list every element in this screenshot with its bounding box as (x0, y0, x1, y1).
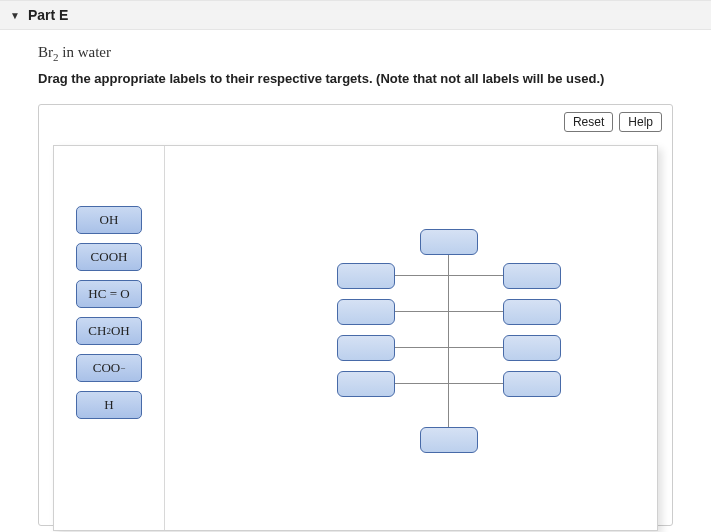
drop-slot-left-1[interactable] (337, 263, 395, 289)
drag-label-cooh[interactable]: COOH (76, 243, 142, 271)
drop-slot-bottom[interactable] (420, 427, 478, 453)
drop-slot-right-3[interactable] (503, 335, 561, 361)
drag-label-coo-minus[interactable]: COO− (76, 354, 142, 382)
structure-bond (395, 347, 503, 348)
drop-slot-right-2[interactable] (503, 299, 561, 325)
top-controls: Reset Help (564, 112, 662, 132)
workspace: Reset Help OH COOH HC = O CH2OH COO− H (38, 104, 673, 526)
help-button[interactable]: Help (619, 112, 662, 132)
drop-slot-right-4[interactable] (503, 371, 561, 397)
collapse-triangle-icon[interactable]: ▼ (10, 10, 20, 21)
drag-drop-panel: OH COOH HC = O CH2OH COO− H (53, 145, 658, 531)
reset-button[interactable]: Reset (564, 112, 613, 132)
prompt-area: Br2 in water Drag the appropriate labels… (0, 30, 711, 94)
drag-label-h[interactable]: H (76, 391, 142, 419)
drop-slot-left-2[interactable] (337, 299, 395, 325)
structure-area (165, 146, 657, 530)
structure-bond (395, 383, 503, 384)
drag-label-ch2oh[interactable]: CH2OH (76, 317, 142, 345)
drop-slot-left-4[interactable] (337, 371, 395, 397)
reagent-text: Br2 in water (38, 44, 683, 63)
fischer-structure (335, 221, 565, 471)
structure-backbone (448, 243, 449, 439)
part-header[interactable]: ▼ Part E (0, 0, 711, 30)
drag-label-oh[interactable]: OH (76, 206, 142, 234)
drop-slot-right-1[interactable] (503, 263, 561, 289)
drop-slot-left-3[interactable] (337, 335, 395, 361)
structure-bond (395, 275, 503, 276)
reagent-base: Br (38, 44, 53, 60)
instruction-text: Drag the appropriate labels to their res… (38, 71, 683, 86)
reagent-tail: in water (59, 44, 111, 60)
drag-label-hco[interactable]: HC = O (76, 280, 142, 308)
label-source-column: OH COOH HC = O CH2OH COO− H (54, 146, 165, 530)
part-title: Part E (28, 7, 68, 23)
structure-bond (395, 311, 503, 312)
drop-slot-top[interactable] (420, 229, 478, 255)
